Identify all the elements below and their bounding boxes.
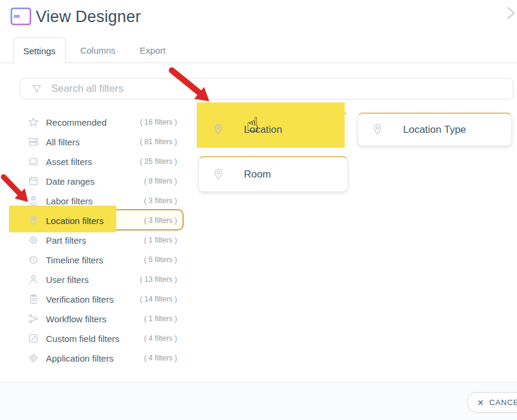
star-icon	[28, 117, 39, 127]
sidebar-item-count: ( 1 filters )	[144, 236, 177, 244]
filter-funnel-icon	[32, 85, 42, 94]
filter-card-label: Location Type	[403, 124, 466, 136]
tab-bar-divider	[0, 63, 517, 63]
view-designer-dialog: View Designer Settings Columns Export Re…	[0, 0, 517, 420]
sidebar-item-count: ( 5 filters )	[144, 256, 177, 264]
sidebar-item-count: ( 1 filters )	[144, 315, 177, 323]
sidebar-item-label: Labor filters	[46, 195, 92, 206]
sidebar-item-count: ( 16 filters )	[140, 118, 177, 126]
footer-bar: ✕ CANCEL	[0, 382, 517, 420]
location-pin-icon	[212, 123, 224, 136]
sidebar-item-count: ( 25 filters )	[140, 157, 177, 166]
cursor-hand-icon: ☝	[246, 114, 259, 135]
sidebar-item-count: ( 13 filters )	[140, 275, 177, 284]
sidebar-item-date-ranges[interactable]: Date ranges ( 8 filters )	[0, 171, 184, 191]
filter-card-label: Room	[244, 169, 271, 181]
close-x-icon: ✕	[477, 398, 485, 407]
sidebar-item-verification-filters[interactable]: Verification filters ( 14 filters )	[0, 289, 184, 309]
sidebar-item-label: Asset filters	[46, 156, 92, 166]
tab-export-label: Export	[140, 45, 165, 55]
sidebar-item-label: Custom field filters	[46, 333, 119, 343]
sidebar-item-recommended[interactable]: Recommended ( 16 filters )	[0, 112, 184, 132]
sidebar-item-label: Verification filters	[46, 294, 113, 304]
sidebar-item-part-filters[interactable]: Part filters ( 1 filters )	[0, 230, 184, 250]
location-pin-icon	[372, 123, 383, 136]
filter-card-location[interactable]: Location	[199, 112, 348, 147]
sidebar-item-application-filters[interactable]: Application filters ( 4 filters )	[0, 348, 184, 368]
sidebar-item-label: All filters	[46, 136, 80, 147]
sidebar-item-workflow-filters[interactable]: Workflow filters ( 1 filters )	[0, 309, 184, 328]
history-clock-icon	[28, 254, 39, 265]
location-pin-icon	[28, 215, 39, 226]
sidebar-item-label: Date ranges	[46, 176, 95, 186]
sidebar-item-asset-filters[interactable]: Asset filters ( 25 filters )	[0, 151, 184, 171]
tab-settings[interactable]: Settings	[13, 38, 66, 64]
sidebar-item-count: ( 81 filters )	[140, 138, 177, 146]
clipboard-icon	[28, 294, 39, 304]
sidebar-item-count: ( 8 filters )	[144, 177, 177, 185]
sidebar-item-label: Recommended	[46, 117, 107, 127]
sidebar-item-all-filters[interactable]: All filters ( 81 filters )	[0, 132, 184, 151]
filter-card-location-type[interactable]: Location Type	[358, 113, 512, 146]
filter-category-list: Recommended ( 16 filters ) All filters (…	[0, 112, 184, 368]
user-icon	[28, 274, 39, 285]
pencil-square-icon	[28, 333, 39, 344]
tab-export[interactable]: Export	[132, 38, 173, 63]
sidebar-item-count: ( 4 filters )	[144, 334, 177, 343]
sidebar-item-label: Location filters	[46, 215, 104, 225]
gear-icon	[28, 235, 39, 245]
sidebar-item-timeline-filters[interactable]: Timeline filters ( 5 filters )	[0, 250, 184, 269]
filter-card-room[interactable]: Room	[199, 156, 348, 192]
tab-columns[interactable]: Columns	[72, 38, 124, 63]
calendar-icon	[28, 176, 39, 186]
chevron-right-icon[interactable]	[508, 8, 514, 18]
cancel-button-label: CANCEL	[490, 398, 517, 407]
sidebar-item-label: User filters	[46, 274, 89, 284]
location-pin-icon	[212, 168, 224, 181]
tab-columns-label: Columns	[80, 45, 115, 55]
sidebar-item-count: ( 3 filters )	[144, 197, 177, 205]
laptop-icon	[28, 156, 39, 167]
view-designer-window-icon	[10, 7, 32, 29]
tab-settings-label: Settings	[23, 46, 55, 56]
svg-text:$: $	[32, 196, 35, 200]
diamond-icon	[28, 353, 39, 363]
sidebar-item-count: ( 3 filters )	[144, 216, 177, 225]
labor-hand-dollar-icon: $	[28, 195, 39, 206]
sidebar-item-custom-field-filters[interactable]: Custom field filters ( 4 filters )	[0, 328, 184, 348]
sidebar-item-count: ( 4 filters )	[144, 354, 177, 362]
sidebar-item-label: Application filters	[46, 353, 113, 363]
sidebar-item-label: Part filters	[46, 235, 86, 245]
server-rows-icon	[28, 136, 39, 147]
sidebar-item-user-filters[interactable]: User filters ( 13 filters )	[0, 269, 184, 289]
page-title: View Designer	[36, 8, 141, 26]
cancel-button[interactable]: ✕ CANCEL	[467, 392, 517, 413]
search-input[interactable]	[50, 82, 513, 95]
sidebar-item-count: ( 14 filters )	[140, 295, 177, 303]
search-bar	[20, 78, 513, 99]
workflow-branch-icon	[28, 313, 39, 324]
sidebar-item-label: Workflow filters	[46, 313, 106, 323]
sidebar-item-label: Timeline filters	[46, 254, 103, 265]
